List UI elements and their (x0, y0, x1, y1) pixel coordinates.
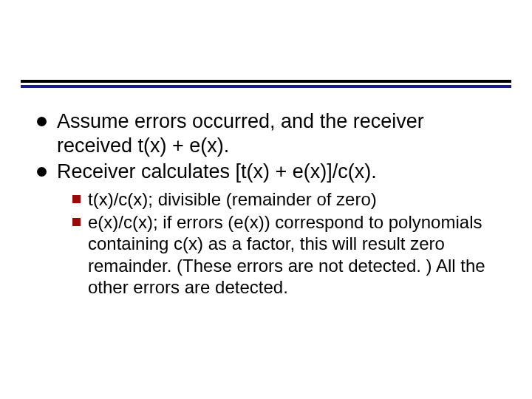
slide: Assume errors occurred, and the receiver… (0, 0, 532, 399)
divider-bar-bottom (21, 85, 511, 88)
bullet-text: Assume errors occurred, and the receiver… (57, 109, 502, 158)
bullet-item: Receiver calculates [t(x) + e(x)]/c(x). (37, 160, 502, 184)
title-divider (21, 80, 511, 88)
sub-bullet-item: t(x)/c(x); divisible (remainder of zero) (72, 188, 502, 210)
bullet-text: Receiver calculates [t(x) + e(x)]/c(x). (57, 160, 377, 184)
bullet-dot-icon (37, 117, 47, 126)
bullet-square-icon (72, 218, 81, 226)
sub-bullet-list: t(x)/c(x); divisible (remainder of zero)… (72, 188, 502, 298)
content-area: Assume errors occurred, and the receiver… (37, 109, 502, 299)
sub-bullet-text: t(x)/c(x); divisible (remainder of zero) (88, 188, 377, 210)
bullet-item: Assume errors occurred, and the receiver… (37, 109, 502, 158)
sub-bullet-item: e(x)/c(x); if errors (e(x)) correspond t… (72, 211, 502, 298)
bullet-dot-icon (37, 167, 47, 177)
bullet-square-icon (72, 195, 81, 203)
sub-bullet-text: e(x)/c(x); if errors (e(x)) correspond t… (88, 211, 502, 298)
